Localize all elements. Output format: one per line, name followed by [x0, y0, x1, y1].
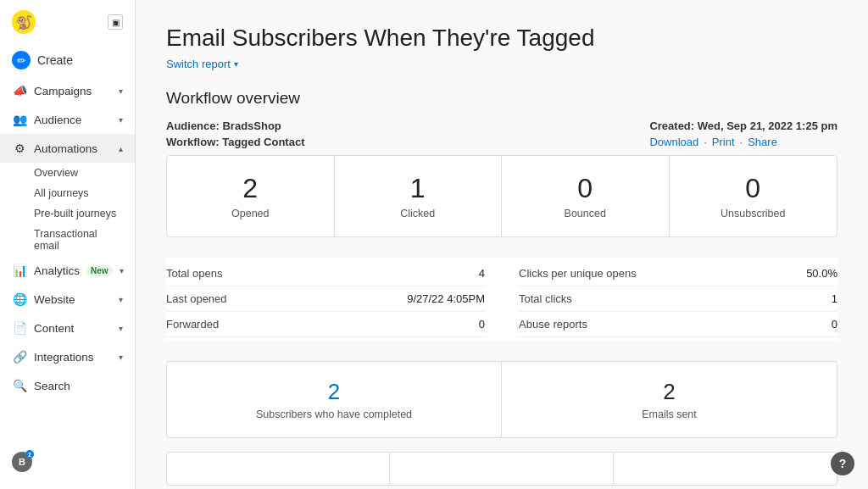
stat-unsubscribed: 0 Unsubscribed	[670, 156, 837, 236]
create-icon: ✏	[12, 51, 31, 69]
chevron-up-icon: ▴	[119, 144, 123, 153]
action-links: Download · Print · Share	[649, 136, 837, 148]
website-icon: 🌐	[12, 292, 27, 307]
details-section: Total opens 4 Last opened 9/27/22 4:05PM…	[166, 258, 837, 341]
audience-row: Audience: BradsShop	[166, 119, 304, 132]
switch-report-label: Switch report	[166, 58, 231, 70]
sidebar-item-content[interactable]: 📄 Content ▾	[0, 314, 135, 342]
bottom-cell-3	[614, 453, 837, 485]
opened-label: Opened	[181, 208, 320, 219]
subscribers-completed-number: 2	[187, 379, 481, 405]
bounced-number: 0	[515, 173, 655, 204]
chevron-down-icon: ▾	[119, 324, 123, 333]
audience-value: BradsShop	[222, 119, 281, 132]
download-link[interactable]: Download	[649, 136, 698, 148]
clicked-number: 1	[348, 173, 488, 204]
forwarded-key: Forwarded	[166, 318, 219, 331]
separator: ·	[704, 136, 707, 148]
sidebar-logo-area: 🐒 ▣	[0, 0, 135, 44]
overview-meta: Audience: BradsShop Workflow: Tagged Con…	[166, 119, 837, 148]
mailchimp-logo: 🐒	[12, 10, 36, 34]
clicks-per-opens-row: Clicks per unique opens 50.0%	[519, 261, 837, 286]
workflow-label: Workflow:	[166, 136, 220, 148]
created-label: Created:	[649, 119, 694, 132]
chevron-down-icon: ▾	[120, 266, 124, 275]
chevron-down-icon: ▾	[119, 295, 123, 304]
total-opens-value: 4	[479, 267, 485, 280]
bounced-label: Bounced	[515, 208, 655, 219]
sidebar: 🐒 ▣ ✏ Create 📣 Campaigns ▾ 👥 Audience ▾ …	[0, 0, 136, 489]
new-badge: New	[86, 265, 113, 276]
analytics-label: Analytics	[34, 264, 80, 277]
sidebar-sub-overview[interactable]: Overview	[0, 163, 135, 183]
sidebar-item-automations[interactable]: ⚙ Automations ▴	[0, 134, 135, 163]
last-opened-value: 9/27/22 4:05PM	[407, 292, 485, 305]
stat-bounced: 0 Bounced	[502, 156, 670, 236]
integrations-icon: 🔗	[12, 349, 27, 364]
integrations-label: Integrations	[34, 351, 94, 364]
sidebar-sub-transactional[interactable]: Transactional email	[0, 224, 135, 256]
content-label: Content	[34, 322, 74, 335]
create-button[interactable]: ✏ Create	[0, 44, 135, 76]
audience-icon: 👥	[12, 112, 27, 127]
created-row: Created: Wed, Sep 21, 2022 1:25 pm	[649, 119, 837, 132]
last-opened-row: Last opened 9/27/22 4:05PM	[166, 286, 485, 312]
stats-grid: 2 Opened 1 Clicked 0 Bounced 0 Unsubscri…	[166, 155, 837, 237]
created-value: Wed, Sep 21, 2022 1:25 pm	[698, 119, 837, 132]
emails-sent-number: 2	[522, 379, 816, 405]
forwarded-value: 0	[479, 318, 485, 331]
sidebar-item-integrations[interactable]: 🔗 Integrations ▾	[0, 342, 135, 371]
main-content: Email Subscribers When They're Tagged Sw…	[136, 0, 868, 489]
section-title: Workflow overview	[166, 89, 837, 108]
workflow-row: Workflow: Tagged Contact	[166, 136, 304, 148]
stat-opened: 2 Opened	[167, 156, 335, 236]
chevron-down-icon: ▾	[119, 86, 123, 96]
total-clicks-row: Total clicks 1	[519, 286, 837, 312]
user-profile[interactable]: B 2	[0, 443, 135, 481]
avatar-badge: B 2	[12, 452, 32, 472]
switch-report-button[interactable]: Switch report ▾	[166, 58, 837, 70]
sidebar-item-analytics[interactable]: 📊 Analytics New ▾	[0, 256, 135, 285]
clicks-per-opens-key: Clicks per unique opens	[519, 267, 637, 280]
bottom-row	[166, 452, 837, 486]
campaigns-icon: 📣	[12, 83, 27, 98]
chevron-down-icon: ▾	[119, 353, 123, 362]
share-link[interactable]: Share	[748, 136, 777, 148]
meta-left: Audience: BradsShop Workflow: Tagged Con…	[166, 119, 304, 148]
search-icon: 🔍	[12, 378, 27, 393]
chevron-down-icon: ▾	[234, 59, 238, 69]
emails-sent-label: Emails sent	[522, 408, 816, 420]
abuse-reports-value: 0	[832, 318, 837, 331]
total-clicks-key: Total clicks	[519, 292, 572, 305]
help-button[interactable]: ?	[831, 452, 854, 475]
opened-number: 2	[181, 173, 320, 204]
sidebar-item-campaigns[interactable]: 📣 Campaigns ▾	[0, 76, 135, 105]
separator: ·	[740, 136, 743, 148]
total-opens-row: Total opens 4	[166, 261, 485, 286]
subscribers-completed-cell: 2 Subscribers who have completed	[167, 362, 502, 437]
sidebar-sub-prebuilt[interactable]: Pre-built journeys	[0, 203, 135, 224]
website-label: Website	[34, 293, 75, 306]
notification-badge: 2	[25, 450, 34, 458]
sidebar-toggle[interactable]: ▣	[108, 14, 123, 30]
clicked-label: Clicked	[348, 208, 488, 219]
help-icon: ?	[839, 457, 847, 470]
sidebar-sub-all-journeys[interactable]: All journeys	[0, 183, 135, 203]
sidebar-item-website[interactable]: 🌐 Website ▾	[0, 285, 135, 314]
bottom-cell-2	[390, 453, 613, 485]
automations-label: Automations	[34, 142, 97, 155]
clicks-per-opens-value: 50.0%	[806, 267, 837, 280]
campaigns-label: Campaigns	[34, 85, 92, 97]
analytics-icon: 📊	[12, 263, 27, 278]
audience-label: Audience	[34, 114, 81, 126]
unsubscribed-label: Unsubscribed	[683, 208, 824, 219]
forwarded-row: Forwarded 0	[166, 312, 485, 337]
meta-right: Created: Wed, Sep 21, 2022 1:25 pm Downl…	[649, 119, 837, 148]
unsubscribed-number: 0	[683, 173, 824, 204]
sidebar-item-search[interactable]: 🔍 Search	[0, 371, 135, 400]
abuse-reports-key: Abuse reports	[519, 318, 587, 331]
chevron-down-icon: ▾	[119, 115, 123, 125]
print-link[interactable]: Print	[712, 136, 735, 148]
search-label: Search	[34, 380, 70, 392]
sidebar-item-audience[interactable]: 👥 Audience ▾	[0, 105, 135, 134]
